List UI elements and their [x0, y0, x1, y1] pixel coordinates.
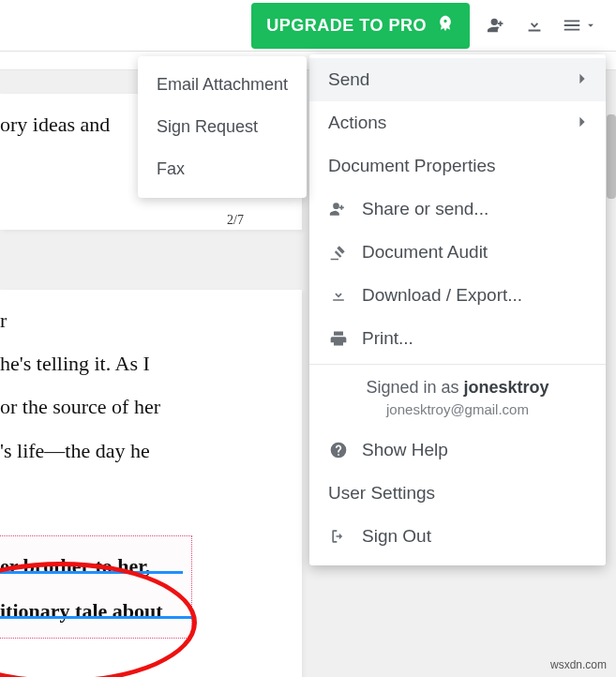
dropdown-share[interactable]: Share or send...: [309, 188, 606, 231]
dropdown-help[interactable]: Show Help: [309, 429, 606, 472]
separator: [309, 364, 606, 365]
chevron-down-icon: [584, 19, 597, 32]
scrollbar[interactable]: [607, 114, 616, 199]
dropdown-user-settings[interactable]: User Settings: [309, 472, 606, 515]
submenu-sign-request[interactable]: Sign Request: [138, 106, 307, 148]
download-icon: [328, 286, 349, 305]
main-dropdown: Send Actions Document Properties Share o…: [309, 54, 606, 565]
send-submenu: Email Attachment Sign Request Fax: [138, 56, 307, 198]
dropdown-audit[interactable]: Document Audit: [309, 231, 606, 274]
gavel-icon: [328, 243, 349, 262]
submenu-email-attachment[interactable]: Email Attachment: [138, 64, 307, 106]
sign-out-icon: [328, 527, 349, 546]
dropdown-print[interactable]: Print...: [309, 317, 606, 360]
chevron-right-icon: [578, 69, 587, 90]
doc-text: or the source of her: [0, 385, 302, 429]
menu-toggle[interactable]: [562, 15, 597, 36]
print-icon: [328, 329, 349, 348]
chevron-right-icon: [578, 113, 587, 133]
submenu-fax[interactable]: Fax: [138, 148, 307, 190]
doc-text: he's telling it. As I: [0, 342, 302, 385]
add-user-icon: [328, 200, 349, 218]
doc-text: r: [0, 299, 302, 342]
add-user-icon[interactable]: [487, 15, 507, 36]
watermark: wsxdn.com: [550, 658, 607, 671]
dropdown-send[interactable]: Send: [309, 58, 606, 101]
page-number: 2/7: [227, 213, 244, 228]
dropdown-doc-properties[interactable]: Document Properties: [309, 144, 606, 188]
dropdown-actions[interactable]: Actions: [309, 101, 606, 144]
signed-in-text: Signed in as jonesktroy: [309, 369, 606, 401]
dropdown-sign-out[interactable]: Sign Out: [309, 515, 606, 558]
doc-page-2: r he's telling it. As I or the source of…: [0, 290, 302, 677]
upgrade-label: UPGRADE TO PRO: [266, 16, 427, 36]
dropdown-download[interactable]: Download / Export...: [309, 274, 606, 317]
doc-text: 's life—the day he: [0, 429, 302, 473]
help-icon: [328, 441, 349, 459]
upgrade-button[interactable]: UPGRADE TO PRO: [251, 3, 470, 49]
toolbar: UPGRADE TO PRO: [0, 0, 616, 52]
rocket-icon: [436, 14, 455, 38]
signed-in-email: jonesktroy@gmail.com: [309, 401, 606, 429]
download-icon[interactable]: [524, 15, 545, 36]
